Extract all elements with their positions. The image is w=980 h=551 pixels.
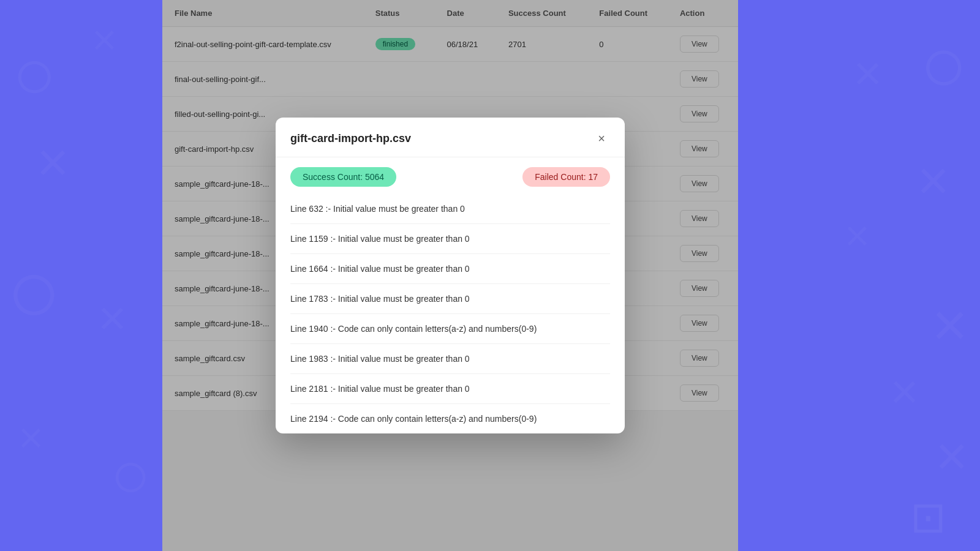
error-line-item: Line 1783 :- Initial value must be great… — [290, 284, 610, 314]
failed-count-badge: Failed Count: 17 — [522, 167, 610, 187]
modal-close-button[interactable]: × — [593, 130, 610, 147]
modal-title: gift-card-import-hp.csv — [290, 132, 411, 145]
error-line-item: Line 1664 :- Initial value must be great… — [290, 254, 610, 284]
error-line-item: Line 2194 :- Code can only contain lette… — [290, 404, 610, 433]
error-line-item: Line 2181 :- Initial value must be great… — [290, 374, 610, 404]
modal-overlay: gift-card-import-hp.csv × Success Count:… — [162, 0, 738, 551]
modal-dialog: gift-card-import-hp.csv × Success Count:… — [276, 118, 625, 433]
error-line-item: Line 632 :- Initial value must be greate… — [290, 194, 610, 224]
error-line-item: Line 1940 :- Code can only contain lette… — [290, 314, 610, 344]
error-line-item: Line 1983 :- Initial value must be great… — [290, 344, 610, 374]
error-line-item: Line 1159 :- Initial value must be great… — [290, 224, 610, 254]
main-content: File Name Status Date Success Count Fail… — [162, 0, 738, 551]
success-count-badge: Success Count: 5064 — [290, 167, 396, 187]
modal-header: gift-card-import-hp.csv × — [276, 118, 625, 157]
modal-counts: Success Count: 5064 Failed Count: 17 — [276, 157, 625, 194]
modal-body[interactable]: Line 632 :- Initial value must be greate… — [276, 194, 625, 433]
